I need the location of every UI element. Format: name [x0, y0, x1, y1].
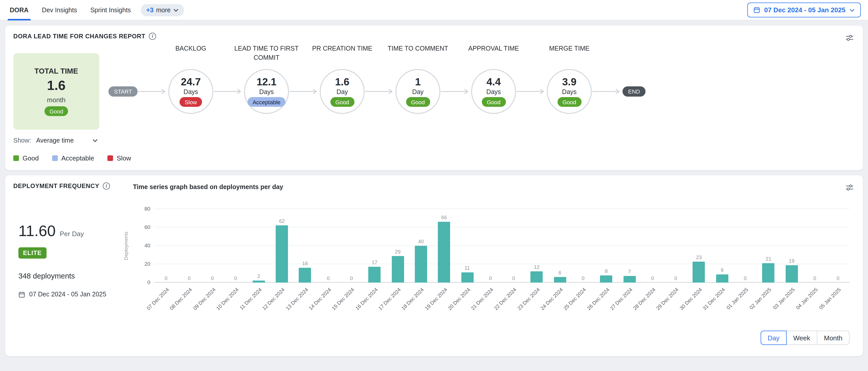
show-average-dropdown[interactable]: Average time	[36, 137, 98, 144]
x-tick-label: 26 Dec 2024	[586, 287, 610, 311]
bar-value-label: 62	[279, 218, 285, 224]
bar-value-label: 0	[489, 275, 492, 281]
settings-sliders-icon[interactable]	[844, 33, 855, 43]
total-time-box: TOTAL TIME 1.6 month Good	[13, 53, 99, 130]
chart-column: 7 27 Dec 2024	[618, 209, 641, 282]
stage-value: 3.9	[562, 76, 577, 88]
granularity-week-button[interactable]: Week	[786, 331, 817, 345]
deployment-chart: Deployments 020406080 0 07 Dec 2024 0 08…	[154, 209, 849, 282]
chart-column: 0 01 Jan 2025	[734, 209, 757, 282]
stage-unit: Day	[412, 89, 424, 96]
legend-label: Good	[23, 154, 39, 162]
stage-unit: Days	[562, 89, 577, 96]
bar-value-label: 12	[534, 265, 539, 270]
x-tick-label: 29 Dec 2024	[655, 287, 680, 311]
bar-value-label: 0	[188, 275, 190, 281]
chart-column: 0 29 Dec 2024	[664, 209, 687, 282]
x-tick-label: 28 Dec 2024	[632, 287, 657, 311]
chart-column: 9 31 Dec 2024	[710, 209, 734, 282]
total-deployments: 348 deployments	[19, 272, 106, 280]
chart-column: 11 20 Dec 2024	[456, 209, 479, 282]
tab-dora[interactable]: DORA	[3, 0, 35, 20]
flow-row: START BACKLOG 24.7 Days Slow LEAD TIME T…	[108, 69, 646, 114]
date-range-picker[interactable]: 07 Dec 2024 - 05 Jan 2025	[747, 3, 861, 18]
stage-value: 12.1	[256, 76, 276, 88]
total-time-unit: month	[47, 96, 65, 104]
x-tick-label: 30 Dec 2024	[679, 287, 703, 311]
page: DORADev InsightsSprint Insights +3 more …	[0, 0, 868, 371]
bar-value-label: 21	[766, 256, 771, 262]
stage-value: 24.7	[181, 76, 201, 88]
show-label: Show:	[13, 137, 31, 144]
bar-value-label: 0	[165, 275, 167, 281]
info-icon[interactable]: i	[149, 33, 156, 40]
deployment-card-title: DEPLOYMENT FREQUENCY	[13, 182, 99, 190]
x-tick-label: 15 Dec 2024	[331, 287, 355, 311]
stage-circle: 24.7 Days Slow	[168, 69, 213, 114]
bar-value-label: 6	[559, 270, 561, 275]
tab-sprint-insights[interactable]: Sprint Insights	[84, 0, 137, 20]
tab-dev-insights[interactable]: Dev Insights	[35, 0, 84, 20]
granularity-month-button[interactable]: Month	[817, 331, 849, 345]
deployment-date-range: 07 Dec 2024 - 05 Jan 2025	[19, 291, 106, 298]
flow-arrow	[289, 89, 320, 95]
legend-swatch	[52, 155, 58, 161]
chart-column: 12 23 Dec 2024	[525, 209, 549, 282]
legend-item-acceptable: Acceptable	[52, 154, 94, 162]
chart-column: 40 18 Dec 2024	[409, 209, 433, 282]
more-tabs-chip[interactable]: +3 more	[141, 4, 184, 16]
top-navigation-bar: DORADev InsightsSprint Insights +3 more …	[0, 0, 868, 21]
stage-circle: 1 Day Good	[395, 69, 440, 114]
x-tick-label: 25 Dec 2024	[563, 287, 587, 311]
x-tick-label: 05 Jan 2025	[818, 287, 842, 310]
stage-value: 1.6	[335, 76, 349, 88]
granularity-day-button[interactable]: Day	[760, 331, 786, 345]
stage-label: TIME TO COMMENT	[377, 44, 458, 53]
x-tick-label: 02 Jan 2025	[749, 287, 772, 310]
bar-value-label: 0	[837, 275, 839, 281]
status-legend: Good Acceptable Slow	[13, 154, 855, 162]
chart-column: 0 07 Dec 2024	[154, 209, 178, 282]
chart-column: 6 24 Dec 2024	[548, 209, 571, 282]
bar-value-label: 2	[257, 274, 260, 279]
stage-circle: 1.6 Day Good	[320, 69, 365, 114]
flow-arrow	[440, 89, 471, 95]
stage-value: 1	[415, 76, 421, 88]
chart-column: 23 30 Dec 2024	[687, 209, 711, 282]
chart-column: 16 13 Dec 2024	[293, 209, 317, 282]
bar-value-label: 8	[605, 268, 608, 274]
chevron-down-icon	[173, 8, 178, 11]
bar-value-label: 40	[418, 239, 424, 244]
chart-column: 8 26 Dec 2024	[595, 209, 618, 282]
chart-bar	[623, 276, 636, 282]
stage-circle: 4.4 Days Good	[471, 69, 516, 114]
bar-value-label: 7	[628, 269, 631, 275]
bar-value-label: 0	[512, 275, 515, 281]
chart-column: 0 09 Dec 2024	[201, 209, 224, 282]
more-tabs-count: +3	[146, 6, 154, 13]
x-tick-label: 13 Dec 2024	[285, 287, 309, 311]
calendar-icon	[19, 291, 25, 298]
deployment-stats: 11.60 Per Day ELITE 348 deployments 07 D…	[19, 222, 106, 298]
x-tick-label: 17 Dec 2024	[377, 287, 402, 311]
legend-label: Slow	[117, 154, 131, 162]
y-tick-label: 0	[135, 279, 150, 285]
chart-column: 0 25 Dec 2024	[571, 209, 595, 282]
x-tick-label: 03 Jan 2025	[772, 287, 795, 310]
settings-sliders-icon[interactable]	[844, 182, 855, 193]
info-icon[interactable]: i	[103, 182, 110, 190]
flow-arrow	[137, 89, 168, 95]
stage-unit: Day	[337, 89, 348, 96]
lead-time-card-header: DORA LEAD TIME FOR CHANGES REPORT i	[13, 33, 855, 40]
chart-plot-area: 020406080 0 07 Dec 2024 0 08 Dec 2024 0 …	[154, 209, 849, 282]
x-tick-label: 04 Jan 2025	[795, 287, 819, 310]
stage-status-badge: Slow	[180, 97, 202, 107]
flow-stage-approval-time: APPROVAL TIME 4.4 Days Good	[471, 69, 516, 114]
rate-unit: Per Day	[60, 230, 84, 238]
chevron-down-icon	[849, 8, 855, 11]
x-tick-label: 18 Dec 2024	[401, 287, 425, 311]
lead-time-flow: TOTAL TIME 1.6 month Good START BACKLOG …	[13, 53, 855, 130]
x-tick-label: 22 Dec 2024	[493, 287, 518, 311]
legend-label: Acceptable	[61, 154, 94, 162]
stage-value: 4.4	[487, 76, 501, 88]
